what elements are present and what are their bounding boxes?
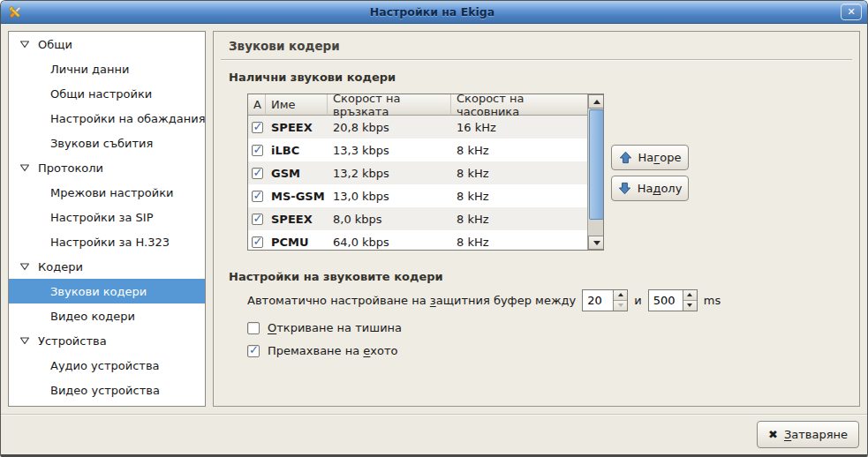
codec-enabled-checkbox[interactable] bbox=[252, 214, 263, 225]
spin-up-button[interactable] bbox=[683, 290, 697, 300]
codec-clock-rate: 8 kHz bbox=[451, 184, 587, 207]
codec-enabled-checkbox[interactable] bbox=[252, 122, 263, 133]
titlebar: Настройки на Ekiga ✕ bbox=[1, 1, 867, 24]
spin-down-button[interactable] bbox=[683, 300, 697, 311]
echo-cancellation-label: Премахване на ехото bbox=[268, 344, 398, 357]
codec-bitrate: 13,2 kbps bbox=[328, 161, 451, 184]
arrow-down-icon bbox=[618, 303, 623, 307]
sidebar-item-h323-settings[interactable]: Настройки за H.323 bbox=[9, 229, 205, 254]
sidebar-item-label: Настройки за SIP bbox=[50, 211, 154, 224]
scroll-down-button[interactable] bbox=[588, 236, 604, 250]
sidebar-item-call-options[interactable]: Настройки на обажданията bbox=[9, 106, 205, 131]
spin-up-button[interactable] bbox=[614, 290, 627, 300]
close-dialog-button[interactable]: ✖ Затваряне bbox=[757, 421, 859, 448]
jitter-min-input[interactable] bbox=[583, 290, 613, 311]
jitter-buffer-row: Автоматично настройване на защитния буфе… bbox=[247, 288, 721, 311]
codec-row[interactable]: SPEEX 20,8 kbps 16 kHz bbox=[248, 116, 587, 139]
silence-detection-checkbox[interactable] bbox=[247, 322, 260, 334]
sidebar-item-label: Общи bbox=[38, 38, 72, 51]
column-header-name[interactable]: Име bbox=[266, 94, 328, 116]
codec-table-header: А Име Скорост на връзката Скорост на час… bbox=[248, 94, 587, 116]
available-codecs-heading: Налични звукови кодери bbox=[229, 71, 396, 84]
codec-bitrate: 20,8 kbps bbox=[328, 116, 451, 139]
sidebar-item-video-devices[interactable]: Видео устройства bbox=[9, 378, 205, 402]
codec-bitrate: 8,0 kbps bbox=[328, 207, 451, 230]
sidebar-item-general-settings[interactable]: Общи настройки bbox=[9, 81, 205, 106]
codec-table: А Име Скорост на връзката Скорост на час… bbox=[247, 94, 604, 251]
arrow-down-icon bbox=[687, 303, 692, 307]
sidebar-item-general[interactable]: Общи bbox=[9, 32, 205, 56]
column-header-clock-rate[interactable]: Скорост на часовника bbox=[451, 94, 587, 116]
sidebar-item-protocols[interactable]: Протоколи bbox=[9, 155, 205, 180]
close-button-label: Затваряне bbox=[784, 428, 848, 441]
codec-row[interactable]: iLBC 13,3 kbps 8 kHz bbox=[248, 139, 587, 161]
jitter-unit-label: ms bbox=[704, 294, 721, 307]
expander-icon[interactable] bbox=[19, 40, 30, 49]
codec-clock-rate: 16 kHz bbox=[451, 116, 587, 139]
codec-row[interactable]: MS-GSM 13,0 kbps 8 kHz bbox=[248, 184, 587, 207]
scroll-up-button[interactable] bbox=[588, 94, 604, 109]
sidebar-item-label: Настройки на обажданията bbox=[50, 112, 206, 125]
echo-cancellation-checkbox[interactable] bbox=[247, 345, 260, 357]
sidebar-item-label: Устройства bbox=[38, 334, 107, 348]
sections-tree: Общи Лични данни Общи настройки Настройк… bbox=[8, 31, 206, 407]
echo-cancellation-row[interactable]: Премахване на ехото bbox=[247, 344, 398, 357]
sidebar-item-personal-data[interactable]: Лични данни bbox=[9, 56, 205, 81]
move-down-button[interactable]: Надолу bbox=[611, 176, 689, 201]
codec-name: iLBC bbox=[266, 139, 328, 161]
table-scrollbar[interactable] bbox=[587, 94, 603, 250]
codec-name: GSM bbox=[266, 161, 328, 184]
codec-bitrate: 13,3 kbps bbox=[328, 139, 451, 161]
sidebar-item-label: Протоколи bbox=[38, 161, 103, 175]
sidebar-item-label: Видео устройства bbox=[50, 384, 160, 397]
codec-enabled-checkbox[interactable] bbox=[252, 168, 263, 179]
sidebar-item-sip-settings[interactable]: Настройки за SIP bbox=[9, 205, 205, 229]
preferences-window: Настройки на Ekiga ✕ Общи Лични данни Об… bbox=[0, 0, 868, 457]
sidebar-item-label: Общи настройки bbox=[50, 87, 152, 101]
codec-name: PCMU bbox=[266, 230, 328, 251]
arrow-down-icon bbox=[593, 241, 600, 245]
expander-icon[interactable] bbox=[19, 262, 30, 271]
codec-bitrate: 64,0 kbps bbox=[328, 230, 451, 251]
codec-name: SPEEX bbox=[266, 207, 328, 230]
audio-codecs-page: Звукови кодери Налични звукови кодери А … bbox=[213, 31, 860, 407]
sidebar-item-audio-devices[interactable]: Аудио устройства bbox=[9, 353, 205, 378]
sidebar-item-label: Настройки за H.323 bbox=[50, 236, 170, 249]
window-close-button[interactable]: ✕ bbox=[841, 4, 862, 20]
jitter-min-spinbox bbox=[582, 289, 628, 311]
codec-enabled-checkbox[interactable] bbox=[252, 145, 263, 156]
spin-down-button[interactable] bbox=[614, 300, 627, 311]
silence-detection-row[interactable]: Откриване на тишина bbox=[247, 321, 402, 334]
sidebar-item-label: Звукови събития bbox=[50, 137, 153, 150]
close-x-icon: ✖ bbox=[768, 428, 778, 441]
expander-icon[interactable] bbox=[19, 336, 30, 345]
silence-detection-label: Откриване на тишина bbox=[268, 321, 402, 334]
codec-name: SPEEX bbox=[266, 116, 328, 139]
arrow-up-icon bbox=[687, 293, 692, 296]
codec-enabled-checkbox[interactable] bbox=[252, 191, 263, 202]
sidebar-item-sound-events[interactable]: Звукови събития bbox=[9, 131, 205, 155]
jitter-max-input[interactable] bbox=[649, 290, 683, 311]
sidebar-item-audio-codecs[interactable]: Звукови кодери bbox=[9, 279, 205, 303]
codec-clock-rate: 8 kHz bbox=[451, 139, 587, 161]
sidebar-item-label: Звукови кодери bbox=[50, 285, 147, 298]
codec-row[interactable]: SPEEX 8,0 kbps 8 kHz bbox=[248, 207, 587, 230]
sidebar-item-network-settings[interactable]: Мрежови настройки bbox=[9, 180, 205, 205]
window-title: Настройки на Ekiga bbox=[24, 5, 841, 19]
column-header-active[interactable]: А bbox=[248, 94, 266, 116]
codec-row[interactable]: GSM 13,2 kbps 8 kHz bbox=[248, 161, 587, 184]
codec-enabled-checkbox[interactable] bbox=[252, 236, 263, 248]
separator bbox=[221, 59, 852, 60]
codec-clock-rate: 8 kHz bbox=[451, 207, 587, 230]
sidebar-item-video-codecs[interactable]: Видео кодери bbox=[9, 303, 205, 328]
codec-row[interactable]: PCMU 64,0 kbps 8 kHz bbox=[248, 230, 587, 251]
column-header-bandwidth[interactable]: Скорост на връзката bbox=[328, 94, 451, 116]
sidebar-item-devices[interactable]: Устройства bbox=[9, 328, 205, 353]
codec-bitrate: 13,0 kbps bbox=[328, 184, 451, 207]
expander-icon[interactable] bbox=[19, 163, 30, 172]
move-up-button[interactable]: Нагоре bbox=[611, 145, 689, 170]
sidebar-item-codecs[interactable]: Кодери bbox=[9, 254, 205, 279]
scrollbar-thumb[interactable] bbox=[589, 109, 604, 220]
codec-name: MS-GSM bbox=[266, 184, 328, 207]
jitter-conjunction-label: и bbox=[634, 294, 641, 307]
